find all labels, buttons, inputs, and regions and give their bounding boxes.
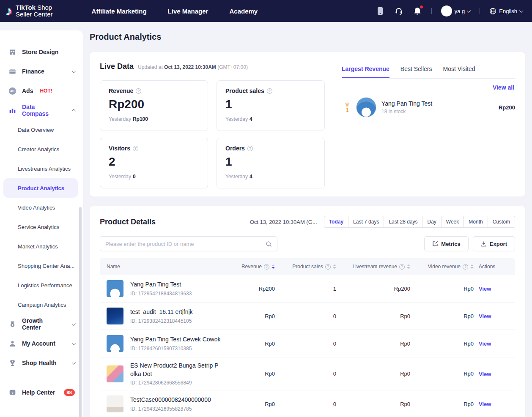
video-revenue-cell: Rp0 <box>411 401 474 407</box>
col-video-revenue[interactable]: Video revenue ? <box>411 264 474 270</box>
sort-icon[interactable] <box>407 264 410 269</box>
info-icon[interactable]: ? <box>399 264 405 270</box>
user-menu[interactable]: ya g <box>441 5 471 16</box>
video-revenue-cell: Rp0 <box>411 286 474 292</box>
col-product-sales[interactable]: Product sales ? <box>276 264 337 270</box>
sidebar-item-logistics-performance[interactable]: Logistics Performance <box>0 275 83 295</box>
nav-divider <box>480 8 480 14</box>
info-icon[interactable]: ? <box>267 88 272 94</box>
tiktok-logo[interactable]: ♪ TikTok Shop Seller Center <box>6 4 53 18</box>
view-all-link[interactable]: View all <box>493 84 514 91</box>
nav-link-live-manager[interactable]: Live Manager <box>168 8 208 15</box>
range-custom[interactable]: Custom <box>488 216 515 228</box>
info-icon[interactable]: ? <box>133 146 138 151</box>
metrics-icon <box>432 241 438 247</box>
page-title: Product Analytics <box>90 32 525 42</box>
range-day[interactable]: Day <box>422 216 441 228</box>
sidebar-scrollbar[interactable] <box>79 207 82 417</box>
sidebar-item-growth-center[interactable]: Growth Center <box>0 314 83 334</box>
info-icon[interactable]: ? <box>264 264 269 270</box>
table-row: Yang Pan Ting Test Cewek Cowok ID: 17294… <box>100 330 515 357</box>
live-data-card: Live Data Updated at Oct 13, 2022 10:30A… <box>90 52 525 196</box>
info-icon[interactable]: ? <box>463 264 468 270</box>
range-last-28-days[interactable]: Last 28 days <box>384 216 422 228</box>
video-revenue-cell: Rp0 <box>411 313 474 319</box>
tab-most-visited[interactable]: Most Visited <box>443 65 475 78</box>
sidebar-item-label: Shop Health <box>22 360 57 366</box>
search-icon[interactable] <box>266 241 272 247</box>
sidebar-item-product-analytics[interactable]: Product Analytics <box>3 178 78 198</box>
view-link[interactable]: View <box>479 341 491 347</box>
logo-tiktok: TikTok <box>16 4 36 11</box>
help-count-badge: 88 <box>64 389 75 396</box>
product-id: ID: 1729382412318445105 <box>130 318 193 324</box>
sidebar-item-creator-analytics[interactable]: Creator Analytics <box>0 139 83 159</box>
view-link[interactable]: View <box>479 313 491 319</box>
product-table: Name Revenue ? Product sales ? Livestrea… <box>100 258 515 417</box>
range-week[interactable]: Week <box>442 216 464 228</box>
product-thumbnail <box>107 280 123 297</box>
product-sales-cell: 0 <box>276 341 337 347</box>
table-header: Name Revenue ? Product sales ? Livestrea… <box>100 258 515 275</box>
sidebar-item-data-overview[interactable]: Data Overview <box>0 120 83 139</box>
livestream-revenue-cell: Rp0 <box>337 313 411 319</box>
view-link[interactable]: View <box>479 286 491 292</box>
info-icon[interactable]: ? <box>136 88 141 94</box>
col-name: Name <box>100 264 227 270</box>
sidebar-item-my-account[interactable]: My Account <box>0 334 83 353</box>
table-row: TestCase00000082400000000 ID: 1729432416… <box>100 390 515 417</box>
export-button[interactable]: Export <box>473 236 515 251</box>
range-month[interactable]: Month <box>464 216 488 228</box>
livestream-revenue-cell: Rp200 <box>337 286 411 292</box>
sort-icon[interactable] <box>470 264 474 269</box>
view-link[interactable]: View <box>479 371 491 377</box>
bell-icon[interactable] <box>413 6 422 16</box>
product-id: ID: 1729432416955828785 <box>130 406 211 412</box>
avatar <box>441 5 452 16</box>
headset-icon[interactable] <box>394 6 403 16</box>
store-icon <box>8 48 16 56</box>
sidebar-item-service-analytics[interactable]: Service Analytics <box>0 217 83 237</box>
sidebar-item-video-analytics[interactable]: Video Analytics <box>0 198 83 217</box>
revenue-cell: Rp0 <box>227 371 276 377</box>
info-icon[interactable]: ? <box>325 264 331 270</box>
product-sales-cell: 0 <box>276 371 337 377</box>
sidebar-item-store-design[interactable]: Store Design <box>0 42 83 62</box>
sidebar-item-help-center[interactable]: ? Help Center 88 <box>0 383 83 402</box>
updated-at: Updated at Oct 13, 2022 10:30AM (GMT+07:… <box>138 64 248 70</box>
logo-shop: Shop <box>37 4 52 11</box>
range-today[interactable]: Today <box>324 216 348 228</box>
product-name: Yang Pan Ting Test <box>130 281 192 289</box>
col-livestream-revenue[interactable]: Livestream revenue ? <box>337 264 411 270</box>
mobile-icon[interactable] <box>376 6 385 16</box>
sort-icon[interactable] <box>271 264 275 269</box>
metrics-button[interactable]: Metrics <box>424 236 469 251</box>
sidebar: Store Design Finance AD Ads HOT! Data Co… <box>0 30 83 417</box>
chevron-down-icon <box>519 8 524 13</box>
product-thumbnail <box>107 335 123 352</box>
sidebar-item-ads[interactable]: AD Ads HOT! <box>0 81 83 101</box>
language-selector[interactable]: English <box>489 8 523 15</box>
search-input[interactable] <box>105 241 266 247</box>
ranked-product-row[interactable]: ♛1 Yang Pan Ting Test 18 in stock Rp200 <box>342 97 515 117</box>
info-icon[interactable]: ? <box>247 146 253 151</box>
sidebar-item-shop-health[interactable]: Shop Health <box>0 353 83 373</box>
live-data-title: Live Data <box>100 62 134 71</box>
sidebar-item-shopping-center-analytics[interactable]: Shopping Center Ana... <box>0 256 83 275</box>
product-sales-cell: 1 <box>276 286 337 292</box>
top-products-panel: Largest Revenue Best Sellers Most Visite… <box>342 62 515 186</box>
sort-icon[interactable] <box>333 264 336 269</box>
tab-largest-revenue[interactable]: Largest Revenue <box>342 65 389 78</box>
nav-link-affiliate-marketing[interactable]: Affiliate Marketing <box>92 8 147 15</box>
sidebar-item-market-analytics[interactable]: Market Analytics <box>0 237 83 256</box>
view-link[interactable]: View <box>479 401 491 407</box>
sidebar-item-campaign-analytics[interactable]: Campaign Analytics <box>0 295 83 314</box>
sidebar-item-data-compass[interactable]: Data Compass <box>0 101 83 120</box>
sidebar-item-finance[interactable]: Finance <box>0 62 83 81</box>
language-label: English <box>499 8 517 14</box>
tab-best-sellers[interactable]: Best Sellers <box>400 65 432 78</box>
col-revenue[interactable]: Revenue ? <box>227 264 276 270</box>
sidebar-item-livestreams-analytics[interactable]: Livestreams Analytics <box>0 159 83 178</box>
range-last-7-days[interactable]: Last 7 days <box>348 216 384 228</box>
nav-link-academy[interactable]: Academy <box>229 8 258 15</box>
